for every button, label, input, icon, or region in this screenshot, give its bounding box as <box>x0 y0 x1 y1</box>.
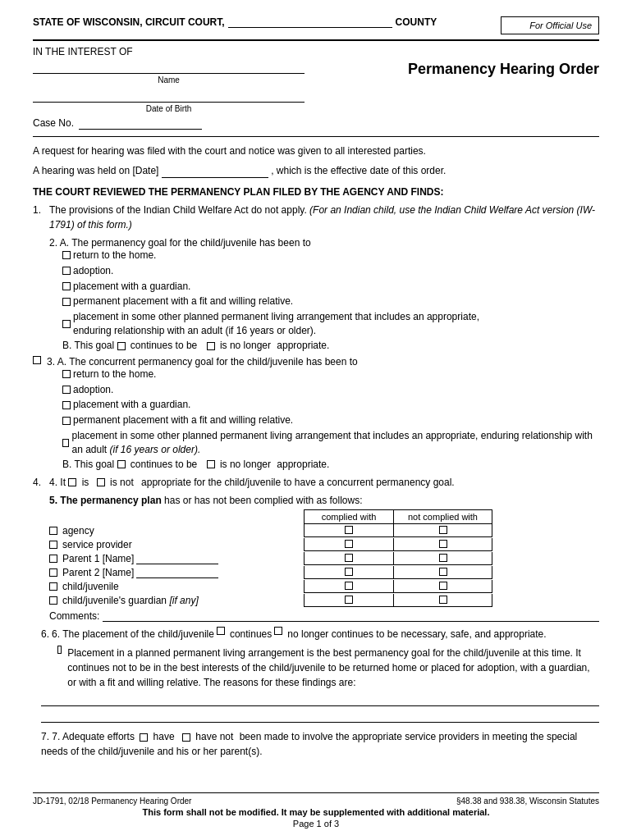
dob-label: Date of Birth <box>33 104 305 113</box>
item2-opt1-checkbox[interactable] <box>62 267 71 275</box>
item7-havenot-checkbox[interactable] <box>182 733 190 742</box>
child-main-checkbox[interactable] <box>49 582 57 591</box>
item6-nolonger-checkbox[interactable] <box>274 627 282 635</box>
item3-opt0-checkbox[interactable] <box>62 370 71 378</box>
item2-opt2: placement with a guardian. <box>62 280 599 294</box>
p1-main-checkbox[interactable] <box>49 555 57 563</box>
item7-havenot: have not <box>195 731 233 742</box>
p1-notcomplied-checkbox[interactable] <box>439 554 447 562</box>
item2b-nolonger-checkbox[interactable] <box>207 342 215 350</box>
item7: 7. 7. Adequate efforts have have not bee… <box>33 729 599 759</box>
item3-opt3: permanent placement with a fit and willi… <box>62 413 599 427</box>
p2-complied-checkbox[interactable] <box>345 568 353 576</box>
form-title: Permanency Hearing Order <box>316 61 599 78</box>
date-line <box>162 167 268 178</box>
item3-opt3-checkbox[interactable] <box>62 417 71 425</box>
sp-complied-cell <box>304 538 394 551</box>
item3-opt1: adoption. <box>62 383 599 397</box>
dob-line <box>33 89 305 103</box>
agency-main-checkbox[interactable] <box>49 527 57 535</box>
compliance-row-parent2: Parent 2 [Name] <box>49 566 599 579</box>
case-no-label: Case No. <box>33 117 74 129</box>
interest-label: IN THE INTEREST OF <box>33 46 133 57</box>
item3-main-checkbox[interactable] <box>33 356 41 364</box>
footer: JD-1791, 02/18 Permanency Hearing Order … <box>33 792 599 829</box>
item3-opt4: placement in some other planned permanen… <box>62 429 599 457</box>
item3b: B. This goal continues to be is no longe… <box>33 459 599 470</box>
item6: 6. 6. The placement of the child/juvenil… <box>33 627 599 723</box>
intro2-suffix: , which is the effective date of this or… <box>271 165 446 176</box>
county-text: COUNTY <box>396 16 437 28</box>
sp-complied-checkbox[interactable] <box>345 540 353 548</box>
p2-notcomplied-checkbox[interactable] <box>439 568 447 576</box>
footer-right: §48.38 and 938.38, Wisconsin Statutes <box>456 797 599 806</box>
compliance-row-agency: agency <box>49 524 599 537</box>
item2-opt4-checkbox[interactable] <box>62 320 71 328</box>
guardian-complied-cell <box>304 594 394 607</box>
item3: 3. A. The concurrent permanency goal for… <box>33 356 599 470</box>
item4-is-checkbox[interactable] <box>68 478 76 486</box>
name-line <box>33 61 305 74</box>
comments-row: Comments: <box>49 610 599 622</box>
guardian-main-checkbox[interactable] <box>49 596 57 605</box>
item3-opt1-checkbox[interactable] <box>62 386 71 394</box>
item3b-nolonger-checkbox[interactable] <box>207 460 215 468</box>
item3b-label: B. This goal <box>62 459 114 470</box>
compliance-row-serviceprovider: service provider <box>49 538 599 551</box>
guardian-notcomplied-checkbox[interactable] <box>439 596 447 604</box>
item1: 1. The provisions of the Indian Child We… <box>33 203 599 232</box>
guardian-notcomplied-cell <box>394 594 492 607</box>
comments-line <box>103 610 599 622</box>
item4-is: is <box>82 477 89 488</box>
item5-header: 5. The permanency plan has or has not be… <box>49 495 599 506</box>
guardian-complied-checkbox[interactable] <box>345 596 353 604</box>
agency-notcomplied-checkbox[interactable] <box>439 526 447 534</box>
item3-prefix: 3. A. The concurrent permanency goal for… <box>47 356 358 368</box>
item4-suffix: appropriate for the child/juvenile to ha… <box>141 477 455 488</box>
item4-isnot-checkbox[interactable] <box>97 478 105 486</box>
item1-text: The provisions of the Indian Child Welfa… <box>49 204 307 216</box>
item2-opt1: adoption. <box>62 264 599 278</box>
name-label: Name <box>33 75 305 84</box>
item5-text: has or has not been complied with as fol… <box>164 495 362 506</box>
item3b-nolonger: is no longer <box>220 459 271 470</box>
county-fill-line <box>228 27 392 28</box>
state-court-text: STATE OF WISCONSIN, CIRCUIT COURT, <box>33 16 225 28</box>
body-section: A request for hearing was filed with the… <box>33 144 599 759</box>
p1-complied-checkbox[interactable] <box>345 554 353 562</box>
official-use-box: For Official Use <box>501 16 599 34</box>
not-complied-header: not complied with <box>394 509 492 524</box>
item3-opt0: return to the home. <box>62 368 599 381</box>
item5-label: 5. The permanency plan <box>49 495 162 506</box>
item7-have-checkbox[interactable] <box>140 733 148 742</box>
intro1: A request for hearing was filed with the… <box>33 144 599 158</box>
footer-bottom: Page 1 of 3 <box>33 819 599 829</box>
item2b-continues-checkbox[interactable] <box>117 342 126 350</box>
item2-opt0: return to the home. <box>62 249 599 262</box>
item6-reasons-line1 <box>41 693 599 706</box>
case-no-line <box>79 116 202 130</box>
main-divider <box>33 136 599 137</box>
sp-notcomplied-checkbox[interactable] <box>439 540 447 548</box>
item2-opt3-checkbox[interactable] <box>62 298 71 306</box>
item3-opt2: placement with a guardian. <box>62 398 599 412</box>
p2-complied-cell <box>304 566 394 579</box>
parent2-name-line <box>136 567 218 578</box>
item2-opt2-checkbox[interactable] <box>62 282 71 290</box>
item3-opt4-checkbox[interactable] <box>62 439 69 447</box>
agency-complied-checkbox[interactable] <box>345 526 353 534</box>
child-notcomplied-checkbox[interactable] <box>439 582 447 590</box>
item3-opt2-checkbox[interactable] <box>62 401 71 409</box>
item3b-continues-checkbox[interactable] <box>117 460 126 468</box>
complied-header: complied with <box>304 509 394 524</box>
item6-continues: continues <box>230 627 272 642</box>
item2-options: return to the home. adoption. placement … <box>33 249 599 338</box>
item6-planned-checkbox[interactable] <box>57 646 62 654</box>
p2-main-checkbox[interactable] <box>49 568 57 577</box>
agency-complied-cell <box>304 524 394 537</box>
item2-opt0-checkbox[interactable] <box>62 251 71 259</box>
item6-continues-checkbox[interactable] <box>217 627 225 635</box>
sp-main-checkbox[interactable] <box>49 541 57 549</box>
child-complied-checkbox[interactable] <box>345 582 353 590</box>
header-section: STATE OF WISCONSIN, CIRCUIT COURT, COUNT… <box>33 16 599 41</box>
